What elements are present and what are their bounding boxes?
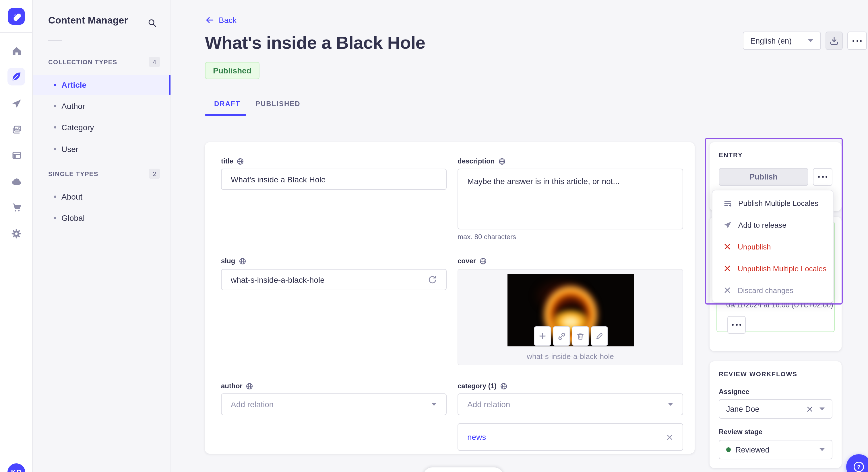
collection-types-count-badge: 4	[149, 57, 160, 67]
tab-draft[interactable]: DRAFT	[214, 100, 240, 108]
review-stage-select[interactable]: Reviewed	[719, 440, 832, 460]
menu-item-add-to-release[interactable]: Add to release	[712, 214, 833, 236]
add-media-button[interactable]	[534, 326, 551, 346]
stage-value: Reviewed	[735, 445, 770, 454]
slug-input[interactable]: what-s-inside-a-black-hole	[221, 269, 446, 290]
strapi-logo[interactable]	[8, 8, 25, 25]
edit-form-card: title What's inside a Black Hole descrip…	[205, 142, 694, 453]
category-relation-select[interactable]: Add relation	[458, 394, 683, 415]
plus-icon	[538, 332, 547, 340]
tab-published[interactable]: PUBLISHED	[255, 100, 301, 108]
author-field-label: author	[221, 382, 446, 390]
user-avatar[interactable]: KD	[7, 463, 25, 472]
nav-releases-button[interactable]	[7, 95, 25, 112]
cover-media-card: what-s-inside-a-black-hole	[458, 269, 683, 365]
bullet-icon	[54, 196, 56, 198]
list-plus-icon	[723, 199, 732, 207]
label-text: cover	[458, 257, 476, 265]
slug-value: what-s-inside-a-black-hole	[231, 275, 324, 284]
sidebar-item-label: Global	[61, 213, 85, 223]
chevron-down-icon	[668, 403, 673, 406]
menu-item-unpublish[interactable]: Unpublish	[712, 236, 833, 258]
sidebar-item-article[interactable]: Article	[33, 75, 170, 95]
review-stage-label: Review stage	[719, 428, 763, 436]
cover-field-label: cover	[458, 257, 683, 265]
menu-item-label: Discard changes	[738, 286, 794, 295]
author-placeholder: Add relation	[231, 400, 274, 409]
description-hint: max. 80 characters	[458, 233, 516, 241]
header-more-button[interactable]	[847, 32, 867, 50]
arrow-left-icon	[205, 15, 214, 25]
edit-media-button[interactable]	[591, 326, 608, 346]
chevron-down-icon	[819, 448, 825, 451]
more-icon	[732, 324, 741, 326]
remove-relation-icon[interactable]	[666, 433, 673, 441]
layout-icon	[11, 150, 22, 160]
copy-link-button[interactable]	[553, 326, 570, 346]
review-workflows-label: REVIEW WORKFLOWS	[719, 370, 797, 377]
description-textarea[interactable]: Maybe the answer is in this article, or …	[458, 169, 683, 229]
globe-icon	[237, 158, 244, 165]
category-placeholder: Add relation	[467, 400, 510, 409]
single-types-header: SINGLE TYPES	[48, 170, 98, 177]
back-link[interactable]: Back	[205, 15, 237, 25]
cloud-icon	[11, 176, 22, 187]
sidebar-item-about[interactable]: About	[33, 187, 170, 206]
sidebar-item-global[interactable]: Global	[33, 208, 170, 228]
content-manager-subnav: Content Manager COLLECTION TYPES 4 Artic…	[33, 0, 171, 472]
regenerate-icon[interactable]	[428, 275, 437, 284]
cross-icon	[723, 264, 732, 272]
page-title: What's inside a Black Hole	[205, 33, 425, 53]
label-text: slug	[221, 257, 235, 265]
strapi-logo-icon	[8, 8, 25, 25]
nav-content-manager-button[interactable]	[7, 68, 25, 86]
subnav-divider	[48, 40, 62, 41]
subnav-title: Content Manager	[48, 15, 128, 26]
nav-marketplace-button[interactable]	[7, 198, 25, 216]
assignee-select[interactable]: Jane Doe	[719, 399, 832, 419]
sidebar-item-category[interactable]: Category	[33, 117, 170, 137]
menu-item-label: Publish Multiple Locales	[738, 199, 818, 207]
category-field-label: category (1)	[458, 382, 683, 390]
globe-icon	[239, 257, 246, 265]
app: KD Content Manager COLLECTION TYPES 4 Ar…	[0, 0, 868, 472]
label-text: author	[221, 382, 243, 390]
publish-button[interactable]: Publish	[719, 168, 808, 186]
chevron-down-icon	[431, 403, 437, 406]
menu-item-unpublish-multiple-locales[interactable]: Unpublish Multiple Locales	[712, 258, 833, 279]
home-icon	[11, 45, 22, 56]
sidebar-item-user[interactable]: User	[33, 139, 170, 159]
single-types-count-badge: 2	[149, 169, 160, 179]
download-button[interactable]	[826, 32, 843, 50]
icon-rail: KD	[0, 0, 33, 472]
assignee-label: Assignee	[719, 388, 749, 396]
sidebar-item-author[interactable]: Author	[33, 96, 170, 116]
help-button[interactable]: ?	[846, 454, 868, 472]
nav-content-type-builder-button[interactable]	[7, 146, 25, 164]
locale-select[interactable]: English (en)	[743, 32, 821, 50]
download-icon	[829, 36, 839, 46]
clear-icon[interactable]	[806, 405, 813, 413]
bullet-icon	[54, 105, 56, 107]
stage-status-dot	[726, 447, 731, 452]
nav-media-library-button[interactable]	[7, 121, 25, 138]
menu-item-discard-changes[interactable]: Discard changes	[712, 279, 833, 301]
delete-media-button[interactable]	[572, 326, 589, 346]
menu-item-publish-multiple-locales[interactable]: Publish Multiple Locales	[712, 192, 833, 214]
nav-home-button[interactable]	[7, 42, 25, 60]
title-input[interactable]: What's inside a Black Hole	[221, 169, 446, 190]
scheduled-more-button[interactable]	[727, 316, 746, 334]
globe-icon	[498, 158, 505, 165]
nav-cloud-button[interactable]	[7, 173, 25, 191]
search-button[interactable]	[145, 15, 160, 30]
paper-plane-icon	[11, 98, 22, 109]
nav-settings-button[interactable]	[7, 225, 25, 243]
cart-icon	[11, 202, 22, 212]
cross-icon	[723, 243, 732, 250]
entry-more-button[interactable]	[813, 168, 832, 186]
relation-link-news[interactable]: news	[467, 432, 486, 442]
bullet-icon	[54, 148, 56, 150]
bottom-expander-pill[interactable]	[423, 467, 503, 472]
author-relation-select[interactable]: Add relation	[221, 394, 446, 415]
locale-value: English (en)	[750, 36, 792, 45]
